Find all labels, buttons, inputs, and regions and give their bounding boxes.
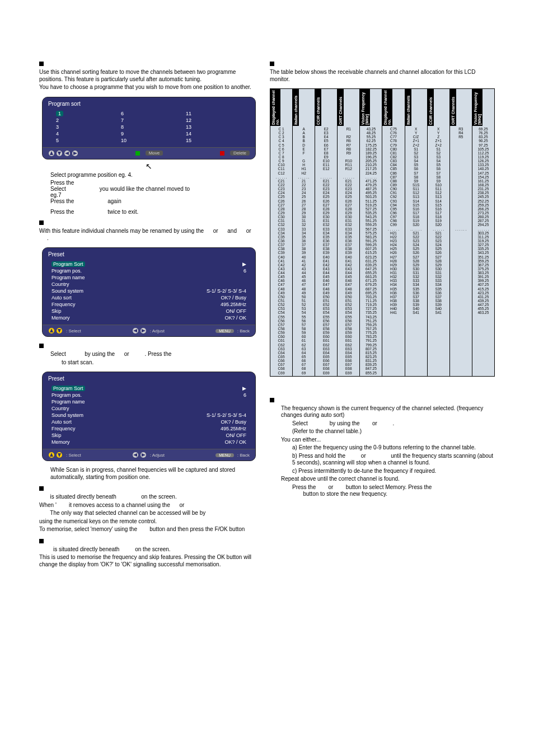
freq-intro: The frequency shown is the current frequ… (281, 405, 495, 419)
osd-move-button[interactable]: Move (146, 151, 163, 156)
sort-step-press1: Press the (50, 180, 259, 186)
left-column: Use this channel sorting feature to move… (34, 56, 264, 569)
sort-step-select: Select programme position eg. 4. (50, 172, 259, 179)
right-column: The table below shows the receivable cha… (264, 56, 500, 569)
channel-table: Displayed channel no.C 1 C 2 C 3 C 4 C 5… (270, 88, 495, 377)
auto-scan-note: While Scan is in progress, channel frequ… (50, 467, 259, 481)
cursor-icon: ↖ (39, 162, 259, 171)
chtable-intro: The table below shows the receivable cha… (270, 69, 495, 83)
osd-preset-title: Preset (43, 248, 255, 259)
sort-para-1: Use this channel sorting feature to move… (39, 69, 259, 83)
osd-delete-button[interactable]: Delete (230, 151, 250, 156)
osd-preset-1: Preset Program Sort▶Program pos.6Program… (42, 247, 256, 337)
nav-arrows-icon (48, 150, 78, 157)
osd-sort-title: Program sort (43, 97, 255, 108)
auto-sort-line: Select by using the or . Press the (50, 351, 259, 358)
sort-para-2: You have to choose a programme that you … (39, 84, 259, 91)
name-para: With this feature individual channels ma… (39, 228, 259, 242)
osd-program-sort: Program sort 1 6 11 2712 3813 4914 51015 (42, 97, 256, 159)
memory-para: This is used to memorise the frequency a… (39, 554, 259, 568)
osd-sort-grid: 1 6 11 2712 3813 4914 51015 (51, 110, 246, 144)
osd-preset-2: Preset Program Sort▶Program pos.6Program… (42, 372, 256, 461)
